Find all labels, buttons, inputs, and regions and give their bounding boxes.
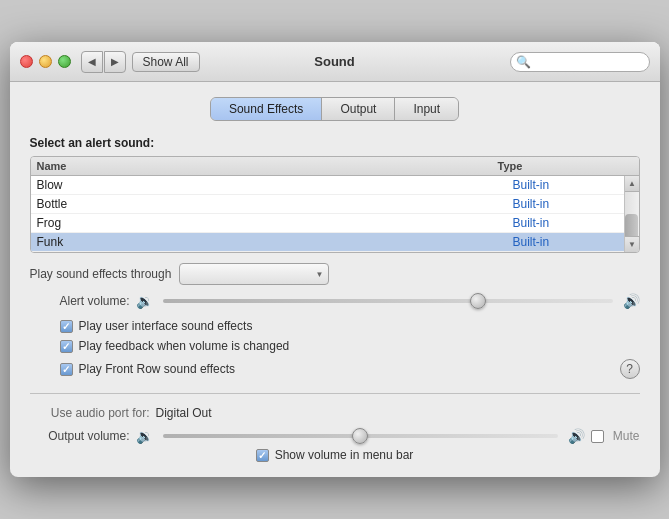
checkbox-row-2: ✓ Play feedback when volume is changed: [60, 339, 640, 353]
tab-bar: Sound Effects Output Input: [30, 97, 640, 121]
table-row[interactable]: Frog Built-in: [31, 214, 639, 233]
search-input[interactable]: [510, 52, 650, 72]
chevron-down-icon: ▼: [315, 270, 323, 279]
show-volume-row: ✓ Show volume in menu bar: [30, 448, 640, 462]
cell-name: Bottle: [37, 197, 513, 211]
play-through-label: Play sound effects through: [30, 267, 172, 281]
tab-sound-effects[interactable]: Sound Effects: [211, 98, 323, 120]
alert-sound-section: Select an alert sound: Name Type Blow Bu…: [30, 136, 640, 253]
table-body: Blow Built-in Bottle Built-in Frog Built…: [31, 176, 639, 252]
cell-name: Funk: [37, 235, 513, 249]
cell-name: Frog: [37, 216, 513, 230]
bottom-section: Use audio port for: Digital Out Output v…: [30, 393, 640, 462]
checkboxes: ✓ Play user interface sound effects ✓ Pl…: [30, 319, 640, 379]
window-title: Sound: [314, 54, 354, 69]
traffic-lights: [20, 55, 71, 68]
minimize-button[interactable]: [39, 55, 52, 68]
cell-type: Built-in: [513, 216, 633, 230]
mute-label: Mute: [613, 429, 640, 443]
checkbox-label-3: Play Front Row sound effects: [79, 362, 236, 376]
mute-checkbox[interactable]: [591, 430, 604, 443]
vol-low-icon: 🔉: [136, 428, 153, 444]
search-icon: 🔍: [516, 55, 531, 69]
audio-port-label: Use audio port for:: [30, 406, 150, 420]
forward-button[interactable]: ▶: [104, 51, 126, 73]
cell-name: Blow: [37, 178, 513, 192]
table-row[interactable]: Bottle Built-in: [31, 195, 639, 214]
checkbox-ui-sounds[interactable]: ✓: [60, 320, 73, 333]
output-volume-row: Output volume: 🔉 🔊 Mute: [30, 428, 640, 444]
output-volume-slider[interactable]: [163, 434, 558, 438]
table-row[interactable]: Blow Built-in: [31, 176, 639, 195]
checkbox-row-1: ✓ Play user interface sound effects: [60, 319, 640, 333]
cell-type: Built-in: [513, 235, 633, 249]
checkbox-front-row[interactable]: ✓: [60, 363, 73, 376]
play-through-row: Play sound effects through ▼ Selected so…: [30, 263, 640, 285]
volume-high-icon: 🔊: [623, 293, 640, 309]
checkbox-show-volume[interactable]: ✓: [256, 449, 269, 462]
cell-type: Built-in: [513, 178, 633, 192]
sound-window: ◀ ▶ Show All Sound 🔍 Sound Effects Outpu…: [10, 42, 660, 477]
alert-volume-row: Alert volume: 🔉 🔊: [30, 293, 640, 309]
content-area: Sound Effects Output Input Select an ale…: [10, 82, 660, 477]
cell-type: Built-in: [513, 197, 633, 211]
search-box: 🔍: [510, 52, 650, 72]
check-icon: ✓: [62, 341, 70, 352]
tab-output[interactable]: Output: [322, 98, 395, 120]
table-row-selected[interactable]: Funk Built-in: [31, 233, 639, 252]
output-volume-label: Output volume:: [30, 429, 130, 443]
check-icon: ✓: [62, 321, 70, 332]
show-volume-label: Show volume in menu bar: [275, 448, 414, 462]
check-icon: ✓: [62, 364, 70, 375]
maximize-button[interactable]: [58, 55, 71, 68]
titlebar: ◀ ▶ Show All Sound 🔍: [10, 42, 660, 82]
help-button[interactable]: ?: [620, 359, 640, 379]
back-button[interactable]: ◀: [81, 51, 103, 73]
alert-volume-label: Alert volume:: [30, 294, 130, 308]
close-button[interactable]: [20, 55, 33, 68]
col-header-type: Type: [498, 160, 618, 172]
table-header: Name Type: [31, 157, 639, 176]
volume-low-icon: 🔉: [136, 293, 153, 309]
check-icon: ✓: [258, 450, 266, 461]
checkbox-row-3: ✓ Play Front Row sound effects ?: [60, 359, 640, 379]
checkbox-volume-feedback[interactable]: ✓: [60, 340, 73, 353]
slider-thumb[interactable]: [470, 293, 486, 309]
slider-thumb[interactable]: [352, 428, 368, 444]
audio-port-value: Digital Out: [156, 406, 212, 420]
show-all-button[interactable]: Show All: [132, 52, 200, 72]
vol-high-icon: 🔊: [568, 428, 585, 444]
tab-group: Sound Effects Output Input: [210, 97, 459, 121]
sound-table: Name Type Blow Built-in Bottle Built-in …: [30, 156, 640, 253]
audio-port-row: Use audio port for: Digital Out: [30, 406, 640, 420]
scrollbar[interactable]: ▲ ▼: [624, 176, 639, 252]
alert-volume-slider[interactable]: [163, 299, 613, 303]
section-label: Select an alert sound:: [30, 136, 640, 150]
col-header-name: Name: [37, 160, 498, 172]
checkbox-label-1: Play user interface sound effects: [79, 319, 253, 333]
play-through-dropdown[interactable]: ▼: [179, 263, 329, 285]
nav-buttons: ◀ ▶: [81, 51, 126, 73]
checkbox-label-2: Play feedback when volume is changed: [79, 339, 290, 353]
tab-input[interactable]: Input: [395, 98, 458, 120]
